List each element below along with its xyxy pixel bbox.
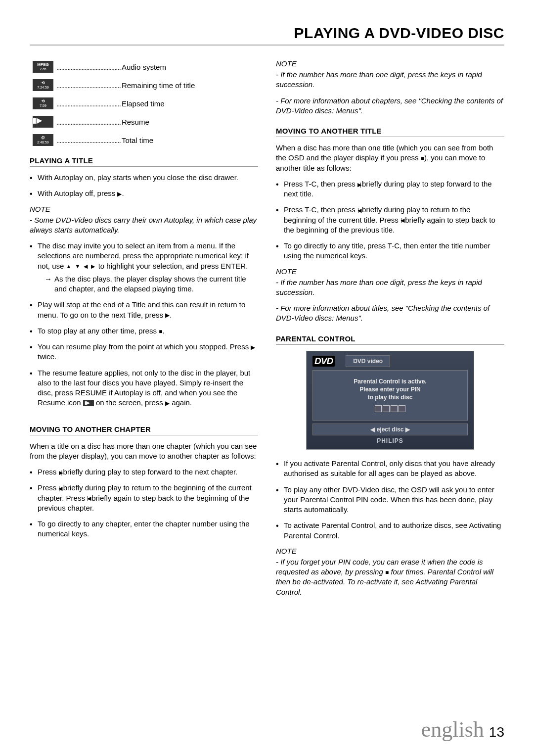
icon-label: Elapsed time xyxy=(122,99,165,108)
list-item: If you activate Parental Control, only d… xyxy=(276,459,504,479)
panel-msg3: to play this disc xyxy=(318,393,462,401)
sub-list-item: As the disc plays, the player display sh… xyxy=(46,274,258,294)
parental-control-panel: DVD DVD video Parental Control is active… xyxy=(306,351,474,450)
list-item: Play will stop at the end of a Title and… xyxy=(30,300,258,320)
icon-label: Resume xyxy=(122,118,149,126)
dots: ........................................… xyxy=(55,118,122,126)
dots: ........................................… xyxy=(55,81,122,90)
moving-title-list: Press T-C, then press briefly during pla… xyxy=(276,179,504,261)
icon-label: Audio system xyxy=(122,63,166,71)
list-item: The disc may invite you to select an ite… xyxy=(30,241,258,294)
dots: ........................................… xyxy=(55,136,122,144)
note-block: NOTE - If the number has more than one d… xyxy=(276,59,504,116)
elapsed-time-icon: ⟲ 7:59 xyxy=(33,97,53,109)
text: With Autoplay off, press xyxy=(38,189,117,197)
list-item: You can resume play from the point at wh… xyxy=(30,342,258,362)
parental-control-list: If you activate Parental Control, only d… xyxy=(276,459,504,541)
text: Press T-C, then press xyxy=(284,180,357,188)
icon-line2: 2 ch xyxy=(40,67,46,71)
footer-language: english xyxy=(421,717,484,742)
legend-row-elapsed: ⟲ 7:59 .................................… xyxy=(33,96,258,111)
note-head: NOTE xyxy=(276,267,504,276)
icon-line1: MPEG xyxy=(37,63,49,67)
text: . xyxy=(162,327,164,335)
heading-playing-title: PLAYING A TITLE xyxy=(30,156,258,167)
text: Press T-C, then press xyxy=(284,205,357,214)
moving-chapter-intro: When a title on a disc has more than one… xyxy=(30,441,258,462)
pin-box xyxy=(391,405,398,412)
text: Press xyxy=(38,483,59,492)
text: . xyxy=(170,311,172,319)
resume-icon: ▮▶ xyxy=(33,116,53,128)
heading-moving-title: MOVING TO ANOTHER TITLE xyxy=(276,127,504,137)
note-block: NOTE - If the number has more than one d… xyxy=(276,267,504,324)
page-footer: english 13 xyxy=(421,717,504,742)
note-text: - For more information about titles, see… xyxy=(276,303,504,324)
playing-title-list-2: The disc may invite you to select an ite… xyxy=(30,241,258,408)
title-divider xyxy=(30,45,504,46)
list-item: To activate Parental Control, and to aut… xyxy=(276,520,504,541)
list-item: With Autoplay on, play starts when you c… xyxy=(30,173,258,183)
page-number: 13 xyxy=(489,724,504,740)
content-columns: MPEG 2 ch ..............................… xyxy=(30,59,504,597)
icon-label: Remaining time of title xyxy=(122,81,195,90)
moving-title-intro: When a disc has more than one title (whi… xyxy=(276,143,504,173)
icon-line2: 2:48:59 xyxy=(37,141,48,144)
pin-box xyxy=(399,405,405,412)
note-block: NOTE - Some DVD-Video discs carry their … xyxy=(30,205,258,236)
panel-body: Parental Control is active. Please enter… xyxy=(312,370,468,421)
pin-box xyxy=(375,405,382,412)
legend-row-total: ⏱ 2:48:59 ..............................… xyxy=(33,133,258,147)
heading-parental-control: PARENTAL CONTROL xyxy=(276,334,504,345)
icon-line2: 7:59 xyxy=(40,104,46,108)
dots: ........................................… xyxy=(55,99,122,108)
list-item: With Autoplay off, press . xyxy=(30,189,258,198)
panel-msg1: Parental Control is active. xyxy=(318,378,462,385)
text: Press xyxy=(38,468,59,476)
panel-brand: PHILIPS xyxy=(312,437,468,444)
column-left: MPEG 2 ch ..............................… xyxy=(30,59,258,597)
play-icon xyxy=(165,399,170,407)
moving-chapter-list: Press briefly during play to step forwar… xyxy=(30,467,258,539)
list-item: To stop play at any other time, press . xyxy=(30,326,258,336)
note-text: - If the number has more than one digit,… xyxy=(276,70,504,90)
list-item: Press T-C, then press briefly during pla… xyxy=(276,205,504,235)
text: You can resume play from the point at wh… xyxy=(38,342,251,351)
icon-line2: 7:24:59 xyxy=(37,86,48,90)
legend-row-audio: MPEG 2 ch ..............................… xyxy=(33,59,258,74)
icon-line1: ⟲ xyxy=(42,81,45,86)
playing-title-list: With Autoplay on, play starts when you c… xyxy=(30,173,258,199)
icon-legend: MPEG 2 ch ..............................… xyxy=(30,59,258,147)
note-head: NOTE xyxy=(276,547,504,555)
legend-row-resume: ▮▶ .....................................… xyxy=(33,114,258,129)
arrow-keys-icon xyxy=(66,262,96,270)
resume-icon xyxy=(83,400,94,406)
audio-system-icon: MPEG 2 ch xyxy=(33,61,53,73)
icon-label: Total time xyxy=(122,136,153,144)
note-text: - For more information about chapters, s… xyxy=(276,96,504,116)
stop-icon xyxy=(421,154,424,162)
panel-header: DVD DVD video xyxy=(312,355,468,367)
note-text: - If the number has more than one digit,… xyxy=(276,278,504,298)
column-right: NOTE - If the number has more than one d… xyxy=(276,59,504,597)
remaining-time-icon: ⟲ 7:24:59 xyxy=(33,79,53,91)
panel-tab: DVD video xyxy=(346,355,390,367)
dots: ........................................… xyxy=(55,63,122,71)
legend-row-remaining: ⟲ 7:24:59 ..............................… xyxy=(33,78,258,93)
note-text: - If you forget your PIN code, you can e… xyxy=(276,557,504,597)
text: Play will stop at the end of a Title and… xyxy=(38,300,245,319)
text: To stop play at any other time, press xyxy=(38,327,159,335)
sub-list: As the disc plays, the player display sh… xyxy=(38,274,258,294)
note-head: NOTE xyxy=(276,59,504,68)
panel-eject: ◀ eject disc ▶ xyxy=(312,424,468,435)
heading-moving-chapter: MOVING TO ANOTHER CHAPTER xyxy=(30,425,258,435)
list-item: To play any other DVD-Video disc, the OS… xyxy=(276,485,504,515)
list-item: Press briefly during play to step forwar… xyxy=(30,467,258,477)
text: to highlight your selection, and press E… xyxy=(96,262,248,270)
note-block: NOTE - If you forget your PIN code, you … xyxy=(276,547,504,597)
note-text: - Some DVD-Video discs carry their own A… xyxy=(30,215,258,236)
text: twice. xyxy=(38,352,56,361)
list-item: Press briefly during play to return to t… xyxy=(30,483,258,513)
pin-boxes xyxy=(318,405,462,414)
page-title: PLAYING A DVD-VIDEO DISC xyxy=(30,25,504,42)
